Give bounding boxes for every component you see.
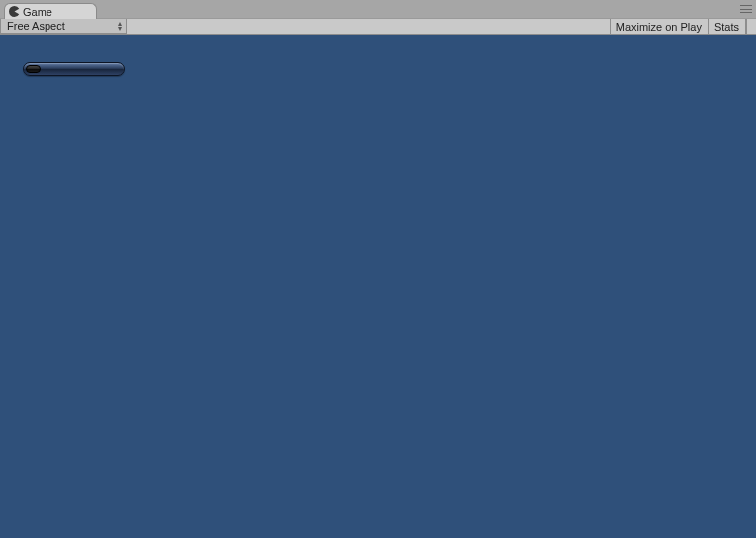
maximize-on-play-toggle[interactable]: Maximize on Play [611,19,709,34]
toolbar-tail [746,19,756,34]
progress-bar [23,62,125,76]
aspect-dropdown-label: Free Aspect [7,20,65,32]
stats-toggle[interactable]: Stats [709,19,746,34]
aspect-dropdown[interactable]: Free Aspect ▴▾ [0,19,127,34]
tab-strip: Game [0,0,756,19]
stats-label: Stats [714,21,739,33]
toolbar-spacer [127,19,611,34]
game-view [0,35,756,538]
maximize-on-play-label: Maximize on Play [616,21,702,33]
pacman-icon [9,6,20,17]
window-menu-icon[interactable] [740,5,752,13]
tab-game[interactable]: Game [4,3,97,19]
progress-bar-fill [26,65,41,73]
dropdown-arrows-icon: ▴▾ [118,21,122,31]
tab-game-label: Game [23,5,52,19]
game-toolbar: Free Aspect ▴▾ Maximize on Play Stats [0,19,756,35]
